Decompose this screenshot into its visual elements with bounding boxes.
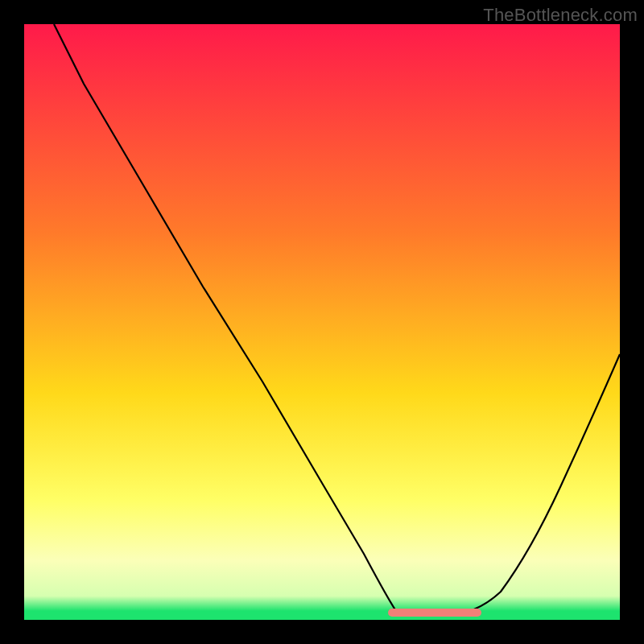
bottleneck-curve bbox=[24, 24, 620, 620]
plot-frame bbox=[24, 24, 620, 620]
trough-marker bbox=[388, 609, 481, 617]
watermark-text: TheBottleneck.com bbox=[483, 5, 638, 26]
